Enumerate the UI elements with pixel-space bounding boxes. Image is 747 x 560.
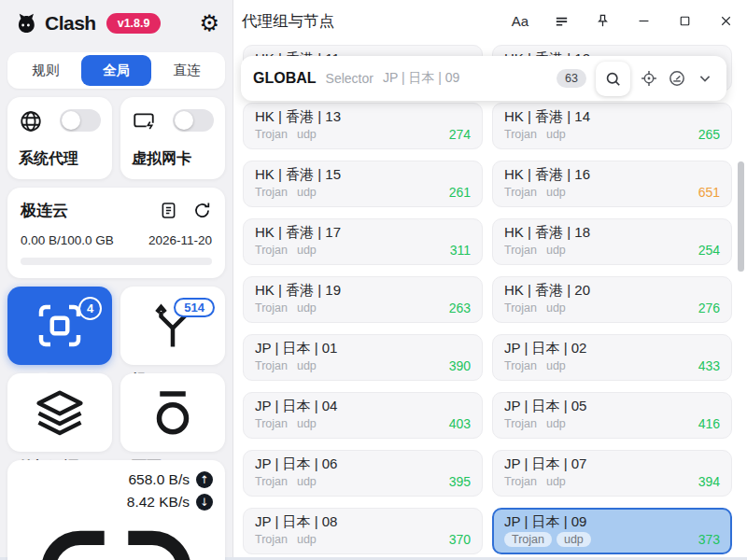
protocol-tag: Trojan bbox=[504, 244, 537, 257]
sidebar-header: Clash v1.8.9 ⚙ bbox=[0, 0, 233, 35]
latency-value: 373 bbox=[698, 532, 720, 547]
toggle-knob bbox=[62, 111, 80, 130]
node-card[interactable]: JP | 日本 | 04Trojanudp403 bbox=[243, 392, 483, 439]
protocol-tag: udp bbox=[557, 532, 591, 547]
group-name: GLOBAL bbox=[253, 70, 317, 87]
node-card[interactable]: JP | 日本 | 06Trojanudp395 bbox=[243, 450, 483, 497]
sidebar-item-override[interactable]: 覆写 bbox=[120, 373, 225, 452]
node-name: JP | 日本 | 04 bbox=[255, 398, 471, 415]
latency-value: 651 bbox=[698, 185, 720, 200]
group-current-node: JP | 日本 | 09 bbox=[383, 70, 460, 87]
proxy-groups-icon bbox=[19, 341, 101, 357]
node-name: JP | 日本 | 05 bbox=[504, 398, 720, 415]
profile-expire-date: 2026-11-20 bbox=[148, 233, 212, 247]
node-name: JP | 日本 | 09 bbox=[504, 513, 720, 531]
latency-value: 433 bbox=[698, 358, 720, 373]
clash-window: Clash v1.8.9 ⚙ 规则 全局 直连 系统代理 bbox=[0, 0, 747, 560]
globe-icon bbox=[19, 109, 43, 133]
upload-speed: 658.0 B/s bbox=[129, 471, 190, 488]
protocol-tag: Trojan bbox=[504, 359, 537, 372]
minimize-icon[interactable] bbox=[636, 13, 652, 29]
connections-card[interactable]: 658.0 B/s ↑ 8.42 KB/s ↓ 连接 bbox=[7, 460, 225, 560]
protocol-tag: Trojan bbox=[504, 186, 537, 199]
mode-tab-rule[interactable]: 规则 bbox=[10, 55, 81, 86]
profile-card[interactable]: 极连云 0.00 B/100.0 GB 2026-11-20 bbox=[7, 188, 225, 278]
node-card[interactable]: JP | 日本 | 07Trojanudp394 bbox=[492, 450, 732, 497]
latency-value: 276 bbox=[698, 301, 720, 315]
profile-refresh-icon[interactable] bbox=[192, 201, 212, 220]
sidebar-item-external-resources[interactable]: 外部资源 bbox=[7, 373, 112, 452]
locate-current-icon[interactable] bbox=[640, 69, 658, 88]
node-card[interactable]: JP | 日本 | 02Trojanudp433 bbox=[492, 334, 732, 381]
download-speed: 8.42 KB/s bbox=[127, 494, 190, 511]
protocol-tag: Trojan bbox=[255, 417, 288, 430]
protocol-tag: Trojan bbox=[255, 475, 288, 488]
node-card[interactable]: JP | 日本 | 08Trojanudp370 bbox=[243, 508, 483, 554]
node-card[interactable]: JP | 日本 | 05Trojanudp416 bbox=[492, 392, 732, 439]
latency-value: 390 bbox=[449, 358, 471, 373]
node-card[interactable]: HK | 香港 | 16Trojanudp651 bbox=[492, 161, 732, 207]
profile-name: 极连云 bbox=[21, 200, 68, 221]
text-lines-icon[interactable] bbox=[554, 13, 570, 29]
protocol-tag: Trojan bbox=[504, 475, 537, 488]
node-name: HK | 香港 | 18 bbox=[504, 224, 720, 242]
mode-tab-global[interactable]: 全局 bbox=[81, 55, 152, 86]
protocol-tag: Trojan bbox=[504, 532, 552, 547]
node-card[interactable]: HK | 香港 | 18Trojanudp254 bbox=[492, 218, 732, 265]
latency-value: 370 bbox=[449, 532, 471, 547]
tun-mode-toggle[interactable] bbox=[173, 109, 214, 132]
settings-gear-icon[interactable]: ⚙ bbox=[199, 12, 219, 35]
virtual-nic-icon bbox=[132, 109, 156, 133]
protocol-tag: udp bbox=[546, 244, 566, 257]
layers-icon bbox=[19, 427, 101, 443]
profile-usage-progressbar bbox=[21, 258, 212, 265]
node-card[interactable]: HK | 香港 | 19Trojanudp263 bbox=[243, 276, 483, 323]
node-card[interactable]: HK | 香港 | 15Trojanudp261 bbox=[243, 161, 483, 207]
close-icon[interactable] bbox=[718, 13, 734, 29]
protocol-tag: udp bbox=[297, 128, 317, 141]
font-size-icon[interactable]: Aa bbox=[512, 13, 529, 29]
node-card[interactable]: JP | 日本 | 01Trojanudp390 bbox=[243, 334, 483, 381]
main-panel: 代理组与节点 Aa bbox=[233, 0, 747, 557]
chevron-down-icon[interactable] bbox=[696, 69, 714, 88]
maximize-icon[interactable] bbox=[677, 13, 693, 29]
latency-value: 254 bbox=[698, 243, 720, 258]
protocol-tag: udp bbox=[546, 186, 566, 199]
protocol-tag: Trojan bbox=[504, 128, 537, 141]
protocol-tag: udp bbox=[297, 301, 317, 315]
page-title: 代理组与节点 bbox=[242, 11, 334, 32]
search-button[interactable] bbox=[596, 62, 630, 96]
proxy-groups-count-badge: 4 bbox=[78, 297, 102, 320]
mode-tab-bar: 规则 全局 直连 bbox=[7, 52, 225, 89]
toggle-cards-row: 系统代理 虚拟网卡 bbox=[7, 97, 225, 179]
speedtest-gauge-icon[interactable] bbox=[668, 69, 686, 88]
node-card[interactable]: HK | 香港 | 20Trojanudp276 bbox=[492, 276, 732, 323]
protocol-tag: udp bbox=[546, 475, 566, 488]
node-card[interactable]: HK | 香港 | 13Trojanudp274 bbox=[243, 103, 483, 149]
version-badge: v1.8.9 bbox=[106, 13, 162, 34]
latency-value: 403 bbox=[449, 416, 471, 431]
node-name: HK | 香港 | 20 bbox=[504, 282, 720, 300]
sidebar-item-rules[interactable]: 514 规则 bbox=[120, 287, 225, 365]
system-proxy-toggle[interactable] bbox=[60, 109, 101, 132]
node-card[interactable]: HK | 香港 | 14Trojanudp265 bbox=[492, 103, 732, 149]
pin-icon[interactable] bbox=[595, 13, 611, 29]
sidebar-item-proxy-groups[interactable]: 4 代理组 bbox=[7, 287, 112, 365]
latency-value: 261 bbox=[449, 185, 471, 200]
node-card[interactable]: JP | 日本 | 09Trojanudp373 bbox=[492, 508, 732, 554]
profile-details-icon[interactable] bbox=[159, 201, 178, 220]
group-selector-bar[interactable]: GLOBAL Selector JP | 日本 | 09 63 bbox=[241, 56, 726, 101]
protocol-tag: udp bbox=[546, 301, 566, 315]
node-name: JP | 日本 | 06 bbox=[255, 455, 471, 473]
system-proxy-card: 系统代理 bbox=[7, 97, 112, 179]
profile-usage: 0.00 B/100.0 GB bbox=[21, 233, 114, 247]
scrollbar-thumb[interactable] bbox=[738, 161, 744, 272]
protocol-tag: udp bbox=[297, 475, 317, 488]
tun-mode-card: 虚拟网卡 bbox=[120, 97, 225, 179]
mode-tab-direct[interactable]: 直连 bbox=[151, 55, 222, 86]
clash-cat-logo-icon bbox=[13, 10, 38, 35]
override-icon bbox=[132, 427, 214, 443]
node-card[interactable]: HK | 香港 | 17Trojanudp311 bbox=[243, 218, 483, 265]
download-arrow-icon: ↓ bbox=[196, 494, 213, 511]
protocol-tag: udp bbox=[297, 417, 317, 430]
